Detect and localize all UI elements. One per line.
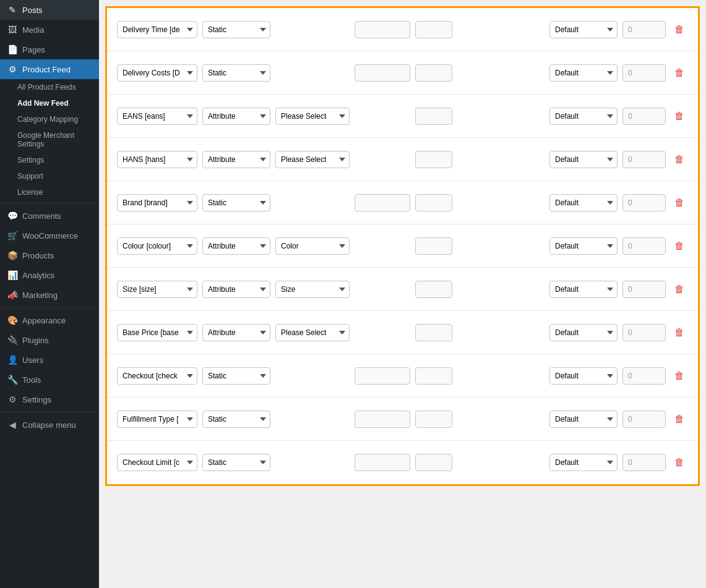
sidebar-item-analytics[interactable]: 📊 Analytics bbox=[0, 265, 99, 285]
priority-field-9[interactable] bbox=[622, 367, 666, 385]
delete-button-6[interactable]: 🗑 bbox=[671, 241, 688, 252]
default-dropdown-9[interactable]: Default bbox=[549, 367, 618, 385]
default-dropdown-6[interactable]: Default bbox=[549, 237, 618, 255]
field-select-1[interactable]: Delivery Time [de bbox=[117, 21, 197, 38]
default-dropdown-4[interactable]: Default bbox=[549, 151, 618, 168]
attr-dropdown-7[interactable]: Please SelectColorSize bbox=[275, 281, 350, 298]
priority-field-6[interactable] bbox=[622, 237, 666, 255]
type-dropdown-8[interactable]: StaticAttribute bbox=[202, 324, 270, 341]
sidebar-item-google-settings[interactable]: Google Merchant Settings bbox=[0, 127, 99, 152]
default-dropdown-8[interactable]: Default bbox=[549, 324, 618, 341]
attr-dropdown-8[interactable]: Please SelectColorSize bbox=[275, 324, 350, 341]
sidebar-item-plugins[interactable]: 🔌 Plugins bbox=[0, 330, 99, 350]
priority-field-3[interactable] bbox=[622, 108, 666, 125]
default-select-6: Default bbox=[549, 237, 618, 255]
field-select-7[interactable]: Size [size] bbox=[117, 281, 197, 298]
default-dropdown-7[interactable]: Default bbox=[549, 281, 618, 298]
attr-dropdown-6[interactable]: Please SelectColorSize bbox=[275, 237, 350, 255]
default-dropdown-1[interactable]: Default bbox=[549, 21, 618, 38]
prepend-field-10[interactable] bbox=[415, 411, 452, 428]
default-dropdown-3[interactable]: Default bbox=[549, 108, 618, 125]
delete-button-8[interactable]: 🗑 bbox=[671, 327, 688, 338]
sidebar-item-marketing[interactable]: 📣 Marketing bbox=[0, 285, 99, 305]
type-dropdown-2[interactable]: StaticAttribute bbox=[202, 64, 270, 82]
default-dropdown-11[interactable]: Default bbox=[549, 454, 618, 471]
text-field-1[interactable] bbox=[355, 21, 410, 38]
delete-button-5[interactable]: 🗑 bbox=[671, 197, 688, 208]
priority-field-2[interactable] bbox=[622, 64, 666, 82]
sidebar-item-media[interactable]: 🖼 Media bbox=[0, 20, 99, 40]
delete-button-7[interactable]: 🗑 bbox=[671, 284, 688, 295]
delete-button-4[interactable]: 🗑 bbox=[671, 154, 688, 165]
field-select-2[interactable]: Delivery Costs [D bbox=[117, 64, 197, 82]
field-select-3[interactable]: EANS [eans] bbox=[117, 108, 197, 125]
field-select-8[interactable]: Base Price [base bbox=[117, 324, 197, 341]
delete-button-11[interactable]: 🗑 bbox=[671, 457, 688, 468]
prepend-field-9[interactable] bbox=[415, 367, 452, 385]
field-select-9[interactable]: Checkout [check bbox=[117, 367, 197, 385]
type-dropdown-6[interactable]: StaticAttribute bbox=[202, 237, 270, 255]
prepend-field-3[interactable] bbox=[415, 108, 452, 125]
sidebar-item-users[interactable]: 👤 Users bbox=[0, 350, 99, 370]
field-select-11[interactable]: Checkout Limit [c bbox=[117, 454, 197, 471]
sidebar-item-collapse[interactable]: ◀ Collapse menu bbox=[0, 415, 99, 435]
sidebar-item-appearance[interactable]: 🎨 Appearance bbox=[0, 310, 99, 330]
priority-field-7[interactable] bbox=[622, 281, 666, 298]
default-dropdown-5[interactable]: Default bbox=[549, 194, 618, 211]
type-dropdown-9[interactable]: StaticAttribute bbox=[202, 367, 270, 385]
type-dropdown-5[interactable]: StaticAttribute bbox=[202, 194, 270, 211]
sidebar-item-pages[interactable]: 📄 Pages bbox=[0, 40, 99, 59]
sidebar-item-product-feed[interactable]: ⚙ Product Feed bbox=[0, 59, 99, 79]
priority-field-4[interactable] bbox=[622, 151, 666, 168]
attr-dropdown-4[interactable]: Please SelectColorSize bbox=[275, 151, 350, 168]
field-select-10[interactable]: Fulfillment Type [ bbox=[117, 411, 197, 428]
type-dropdown-10[interactable]: StaticAttribute bbox=[202, 411, 270, 428]
default-dropdown-2[interactable]: Default bbox=[549, 64, 618, 82]
field-select-5[interactable]: Brand [brand] bbox=[117, 194, 197, 211]
text-field-10[interactable] bbox=[355, 411, 410, 428]
sidebar-item-add-feed[interactable]: Add New Feed bbox=[0, 95, 99, 111]
type-dropdown-1[interactable]: StaticAttribute bbox=[202, 21, 270, 38]
default-dropdown-10[interactable]: Default bbox=[549, 411, 618, 428]
sidebar-item-products[interactable]: 📦 Products bbox=[0, 245, 99, 265]
priority-field-5[interactable] bbox=[622, 194, 666, 211]
priority-field-8[interactable] bbox=[622, 324, 666, 341]
prepend-field-7[interactable] bbox=[415, 281, 452, 298]
sidebar-item-support[interactable]: Support bbox=[0, 168, 99, 184]
priority-field-10[interactable] bbox=[622, 411, 666, 428]
text-field-9[interactable] bbox=[355, 367, 410, 385]
delete-button-10[interactable]: 🗑 bbox=[671, 414, 688, 425]
type-dropdown-7[interactable]: StaticAttribute bbox=[202, 281, 270, 298]
field-select-4[interactable]: HANS [hans] bbox=[117, 151, 197, 168]
sidebar-item-settings-main[interactable]: ⚙ Settings bbox=[0, 390, 99, 409]
sidebar-item-license[interactable]: License bbox=[0, 184, 99, 200]
prepend-field-11[interactable] bbox=[415, 454, 452, 471]
sidebar-item-category-mapping[interactable]: Category Mapping bbox=[0, 111, 99, 127]
delete-button-1[interactable]: 🗑 bbox=[671, 24, 688, 35]
text-field-2[interactable] bbox=[355, 64, 410, 82]
prepend-field-5[interactable] bbox=[415, 194, 452, 211]
delete-button-9[interactable]: 🗑 bbox=[671, 370, 688, 381]
priority-field-1[interactable] bbox=[622, 21, 666, 38]
delete-button-3[interactable]: 🗑 bbox=[671, 111, 688, 122]
sidebar-item-settings[interactable]: Settings bbox=[0, 152, 99, 168]
sidebar-item-all-feeds[interactable]: All Product Feeds bbox=[0, 79, 99, 95]
field-select-6[interactable]: Colour [colour] bbox=[117, 237, 197, 255]
prepend-field-6[interactable] bbox=[415, 237, 452, 255]
sidebar-item-posts[interactable]: ✎ Posts bbox=[0, 0, 99, 20]
attr-dropdown-3[interactable]: Please SelectColorSize bbox=[275, 108, 350, 125]
priority-field-11[interactable] bbox=[622, 454, 666, 471]
sidebar-item-comments[interactable]: 💬 Comments bbox=[0, 206, 99, 226]
type-dropdown-11[interactable]: StaticAttribute bbox=[202, 454, 270, 471]
prepend-field-2[interactable] bbox=[415, 64, 452, 82]
type-dropdown-4[interactable]: StaticAttribute bbox=[202, 151, 270, 168]
sidebar-item-tools[interactable]: 🔧 Tools bbox=[0, 370, 99, 390]
delete-button-2[interactable]: 🗑 bbox=[671, 67, 688, 79]
prepend-field-8[interactable] bbox=[415, 324, 452, 341]
prepend-field-1[interactable] bbox=[415, 21, 452, 38]
type-dropdown-3[interactable]: StaticAttribute bbox=[202, 108, 270, 125]
text-field-5[interactable] bbox=[355, 194, 410, 211]
prepend-field-4[interactable] bbox=[415, 151, 452, 168]
text-field-11[interactable] bbox=[355, 454, 410, 471]
sidebar-item-woocommerce[interactable]: 🛒 WooCommerce bbox=[0, 226, 99, 245]
